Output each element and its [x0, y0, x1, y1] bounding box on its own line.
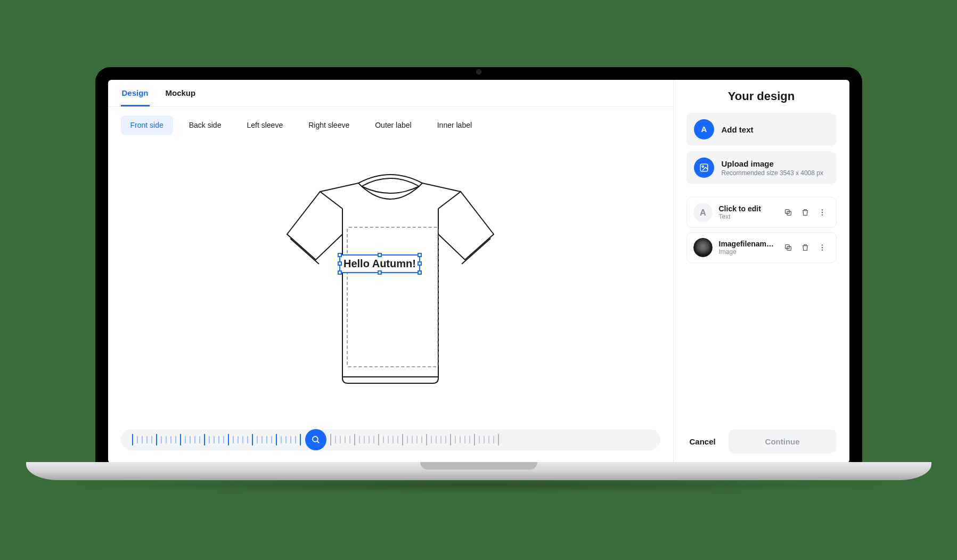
svg-text:A: A [701, 125, 707, 134]
layer-row-image[interactable]: Imagefilenamethat... Image [686, 232, 837, 263]
zoom-tick [300, 434, 301, 446]
zoom-tick [166, 436, 167, 443]
zoom-tick [474, 434, 475, 446]
zoom-tick [295, 436, 296, 443]
zoom-knob[interactable] [305, 429, 326, 450]
laptop-frame: Design Mockup Front side Back side Left … [95, 67, 862, 463]
resize-handle-br[interactable] [418, 270, 422, 275]
zoom-tick [223, 436, 224, 443]
design-canvas[interactable]: Hello Autumn! [108, 143, 673, 421]
design-panel: Design Mockup Front side Back side Left … [108, 80, 674, 463]
zoom-tick [383, 436, 384, 443]
svg-line-1 [317, 441, 319, 443]
zoom-tick [340, 436, 341, 443]
zoom-tick [378, 434, 379, 446]
zoom-tick [151, 436, 152, 443]
zoom-tick [369, 436, 370, 443]
resize-handle-lm[interactable] [338, 261, 342, 266]
zoom-tick [204, 434, 205, 446]
zoom-tick [146, 436, 148, 443]
zoom-tick [349, 436, 350, 443]
print-side-tabs: Front side Back side Left sleeve Right s… [108, 107, 673, 143]
text-icon: A [694, 119, 714, 139]
zoom-tick [450, 434, 451, 446]
delete-layer-button[interactable] [798, 240, 813, 255]
zoom-tick [335, 436, 336, 443]
add-text-label: Add text [722, 125, 754, 134]
zoom-tick [194, 436, 195, 443]
add-text-button[interactable]: A Add text [686, 113, 837, 146]
cancel-button[interactable]: Cancel [686, 431, 719, 452]
zoom-tick [185, 436, 186, 443]
svg-point-13 [821, 244, 822, 245]
zoom-tick [257, 436, 258, 443]
zoom-tick [479, 436, 480, 443]
zoom-tick [364, 436, 365, 443]
layer-title: Click to edit [719, 204, 774, 213]
upload-image-button[interactable]: Upload image Recommended size 3543 x 400… [686, 151, 837, 184]
continue-button[interactable]: Continue [729, 430, 837, 454]
tab-design[interactable]: Design [121, 88, 150, 106]
layer-title: Imagefilenamethat... [719, 240, 774, 248]
zoom-tick [281, 436, 282, 443]
resize-handle-tr[interactable] [418, 253, 422, 257]
zoom-tick [373, 436, 374, 443]
side-outer-label[interactable]: Outer label [365, 116, 421, 135]
zoom-tick [276, 434, 277, 446]
resize-handle-bm[interactable] [378, 270, 382, 275]
zoom-tick [242, 436, 243, 443]
camera-notch [415, 67, 543, 77]
side-inner-label[interactable]: Inner label [428, 116, 481, 135]
svg-point-9 [821, 212, 822, 213]
zoom-tick [460, 436, 461, 443]
layer-row-text[interactable]: A Click to edit Text [686, 197, 837, 228]
zoom-tick [469, 436, 470, 443]
copy-icon [784, 243, 792, 252]
zoom-tick [247, 436, 248, 443]
side-left-sleeve[interactable]: Left sleeve [237, 116, 292, 135]
delete-layer-button[interactable] [798, 205, 813, 220]
zoom-tick [252, 434, 253, 446]
zoom-tick [354, 434, 355, 446]
duplicate-layer-button[interactable] [781, 240, 796, 255]
zoom-tick [228, 434, 229, 446]
tab-mockup[interactable]: Mockup [165, 88, 197, 106]
zoom-slider[interactable] [121, 429, 660, 450]
zoom-tick [488, 436, 489, 443]
resize-handle-tm[interactable] [378, 253, 382, 257]
layer-type: Image [719, 248, 774, 256]
zoom-tick [218, 436, 219, 443]
image-icon [694, 158, 714, 178]
zoom-tick [238, 436, 239, 443]
side-back[interactable]: Back side [179, 116, 231, 135]
zoom-tick [440, 436, 441, 443]
resize-handle-rm[interactable] [418, 261, 422, 266]
layer-more-button[interactable] [815, 205, 830, 220]
side-right-sleeve[interactable]: Right sleeve [299, 116, 359, 135]
top-tabs: Design Mockup [108, 80, 673, 107]
zoom-tick [397, 436, 398, 443]
canvas-text-element[interactable]: Hello Autumn! [339, 254, 420, 273]
layer-text-icon: A [693, 203, 713, 222]
svg-point-10 [821, 214, 822, 215]
more-icon [818, 208, 827, 217]
upload-image-hint: Recommended size 3543 x 4008 px [722, 169, 823, 177]
side-front[interactable]: Front side [121, 116, 173, 135]
more-icon [818, 243, 827, 252]
svg-point-8 [821, 209, 822, 210]
layer-type: Text [719, 213, 774, 220]
zoom-tick [132, 434, 133, 446]
zoom-tick [416, 436, 418, 443]
laptop-trackpad-notch [420, 462, 537, 470]
zoom-tick [199, 436, 200, 443]
trash-icon [801, 208, 809, 217]
zoom-tick [190, 436, 191, 443]
resize-handle-tl[interactable] [338, 253, 342, 257]
trash-icon [801, 243, 809, 252]
zoom-tick [290, 436, 291, 443]
duplicate-layer-button[interactable] [781, 205, 796, 220]
layer-image-thumb [693, 238, 713, 257]
resize-handle-bl[interactable] [338, 270, 342, 275]
zoom-tick [421, 436, 422, 443]
layer-more-button[interactable] [815, 240, 830, 255]
